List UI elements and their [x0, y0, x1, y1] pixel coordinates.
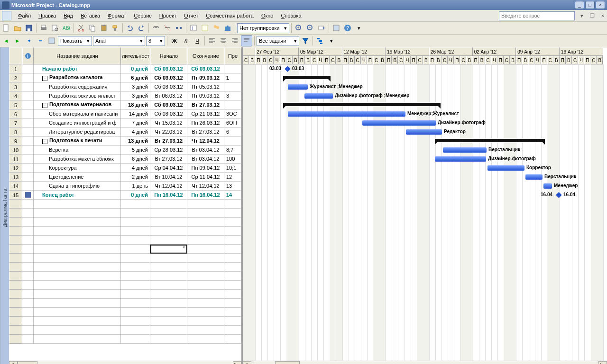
table-row[interactable] — [9, 236, 241, 245]
table-row[interactable]: 9-Подготовка к печати13 днейВт 27.03.12Ч… — [9, 136, 241, 146]
print-preview-icon[interactable] — [50, 23, 60, 33]
undo-icon[interactable] — [125, 23, 135, 33]
table-row[interactable] — [9, 254, 241, 263]
restore-child-button[interactable]: ❐ — [589, 12, 596, 19]
align-left-icon[interactable] — [207, 36, 217, 46]
link-task-icon[interactable] — [151, 23, 161, 33]
gantt-hscrollbar[interactable]: ◄► — [243, 361, 607, 364]
help-question-input[interactable] — [499, 11, 575, 20]
help-icon[interactable]: ? — [342, 23, 353, 33]
finish-column-header[interactable]: Окончание — [187, 47, 224, 64]
menu-Формат[interactable]: Формат — [104, 11, 130, 20]
task-bar[interactable] — [525, 174, 543, 180]
name-column-header[interactable]: Название задачи — [34, 47, 121, 64]
task-bar[interactable] — [487, 165, 524, 171]
underline-button[interactable]: Ч — [192, 36, 202, 46]
font-size-select[interactable]: 8▾ — [146, 36, 165, 46]
table-row[interactable] — [9, 335, 241, 344]
print-icon[interactable] — [38, 23, 49, 33]
italic-button[interactable]: К — [181, 36, 191, 46]
nav-forward-icon[interactable]: ► — [12, 36, 23, 46]
menu-Сервис[interactable]: Сервис — [130, 11, 156, 20]
table-row[interactable] — [9, 290, 241, 299]
table-row[interactable]: 10Верстка5 днейСр 28.03.12Вт 03.04.128;7 — [9, 146, 241, 155]
assign-resources-icon[interactable] — [211, 23, 221, 33]
save-icon[interactable] — [24, 23, 34, 33]
table-row[interactable]: 7Создание иллюстраций и ф7 днейЧт 15.03.… — [9, 118, 241, 127]
copy-icon[interactable] — [87, 23, 98, 33]
toolbar-options-icon[interactable]: ▾ — [354, 23, 364, 33]
gantt-row[interactable]: Верстальщик — [243, 173, 607, 182]
table-row[interactable] — [9, 272, 241, 281]
table-row[interactable] — [9, 227, 241, 236]
view-label[interactable]: Диаграмма Ганта — [0, 47, 9, 364]
menu-Проект[interactable]: Проект — [156, 11, 180, 20]
wrap-text-icon[interactable] — [241, 35, 252, 46]
autofilter-icon[interactable] — [300, 36, 311, 46]
open-icon[interactable] — [12, 23, 23, 33]
gantt-row[interactable]: Менеджер;Журналист — [243, 109, 607, 118]
gantt-row[interactable]: Менеджер — [243, 182, 607, 191]
filter-select[interactable]: Все задачи▾ — [257, 36, 299, 46]
table-row[interactable]: 5-Подготовка материалов18 днейСб 03.03.1… — [9, 100, 241, 109]
menu-Файл[interactable]: Файл — [14, 11, 35, 20]
gantt-row[interactable]: Дизайнер-фотограф — [243, 155, 607, 164]
table-row[interactable]: 12Корректура4 днейСр 04.04.12Пн 09.04.12… — [9, 164, 241, 173]
table-row[interactable]: 3Разработка содержания3 днейСб 03.03.12П… — [9, 82, 241, 91]
toolbar2-options-icon[interactable]: ▾ — [326, 36, 337, 46]
table-row[interactable] — [9, 308, 241, 317]
unlink-task-icon[interactable] — [162, 23, 173, 33]
table-row[interactable]: 13Цветоделение2 днейВт 10.04.12Ср 11.04.… — [9, 173, 241, 182]
milestone-diamond[interactable] — [285, 66, 291, 72]
menu-Отчет[interactable]: Отчет — [180, 11, 202, 20]
table-row[interactable] — [9, 281, 241, 290]
maximize-button[interactable]: □ — [585, 1, 595, 9]
close-button[interactable]: × — [596, 1, 605, 9]
copy-picture-icon[interactable] — [331, 23, 341, 33]
pred-column-header[interactable]: Пре — [224, 47, 241, 64]
table-row[interactable] — [9, 245, 241, 254]
close-child-button[interactable]: × — [599, 12, 606, 19]
menu-Окно[interactable]: Окно — [258, 11, 277, 20]
gantt-row[interactable]: Дизайнер-фотограф — [243, 118, 607, 127]
table-row[interactable] — [9, 209, 241, 218]
task-bar[interactable] — [543, 183, 552, 189]
bold-button[interactable]: Ж — [169, 36, 180, 46]
table-row[interactable] — [9, 317, 241, 326]
goto-task-icon[interactable] — [316, 23, 327, 33]
grouping-select[interactable]: Нет группировки▾ — [237, 23, 289, 33]
task-notes-icon[interactable] — [200, 23, 210, 33]
start-column-header[interactable]: Начало — [150, 47, 187, 64]
publish-icon[interactable] — [222, 23, 233, 33]
summary-bar[interactable] — [283, 76, 331, 79]
new-icon[interactable] — [1, 23, 11, 33]
timeline-week[interactable]: 05 Мар '12 — [299, 47, 342, 56]
minimize-button[interactable]: _ — [575, 1, 584, 9]
table-row[interactable]: 6Сбор материала и написани14 днейСб 03.0… — [9, 109, 241, 118]
milestone-diamond[interactable] — [556, 192, 562, 198]
table-row[interactable]: 4Разработка эскизов иллюст3 днейВт 06.03… — [9, 91, 241, 100]
table-row[interactable] — [9, 218, 241, 227]
table-row[interactable]: 2-Разработка каталога6 днейСб 03.03.12Пт… — [9, 73, 241, 82]
indent-icon[interactable]: ━ — [35, 36, 46, 46]
app-menu-icon[interactable] — [2, 11, 11, 20]
task-bar[interactable] — [304, 93, 333, 99]
timeline-week[interactable]: 19 Мар '12 — [386, 47, 429, 56]
align-right-icon[interactable] — [230, 36, 240, 46]
task-bar[interactable] — [443, 147, 487, 153]
row-header-corner[interactable] — [9, 47, 22, 64]
menu-Вид[interactable]: Вид — [60, 11, 77, 20]
gantt-row[interactable] — [243, 73, 607, 82]
table-row[interactable] — [9, 299, 241, 308]
cut-icon[interactable] — [76, 23, 86, 33]
table-row[interactable] — [9, 263, 241, 272]
timeline-week[interactable]: 12 Мар '12 — [342, 47, 386, 56]
show-subtasks-icon[interactable] — [46, 36, 57, 46]
task-info-icon[interactable]: i — [188, 23, 199, 33]
task-bar[interactable] — [362, 120, 436, 126]
show-outline-select[interactable]: Показать▾ — [58, 36, 92, 46]
gantt-chart[interactable]: 27 Фев '1205 Мар '1212 Мар '1219 Мар '12… — [243, 47, 607, 364]
table-row[interactable]: 11Разработка макета обложк6 днейВт 27.03… — [9, 155, 241, 164]
task-bar[interactable] — [288, 84, 308, 90]
outdent-icon[interactable]: ✦ — [24, 36, 34, 46]
